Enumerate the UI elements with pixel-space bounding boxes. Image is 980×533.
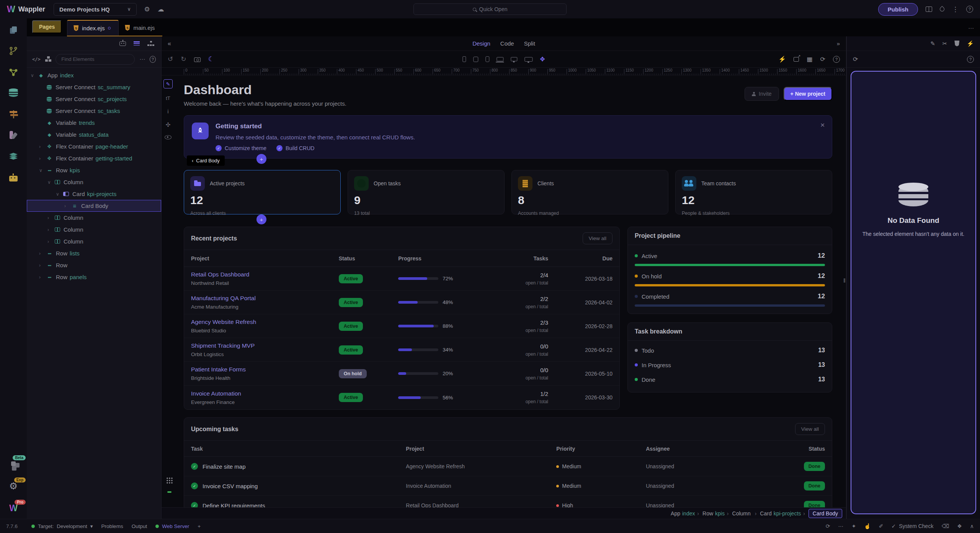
tree-item[interactable]: › Column — [27, 212, 161, 224]
checklist-item[interactable]: ✓ Customize theme — [216, 145, 266, 151]
table-row[interactable]: Manufacturing QA Portal Acme Manufacturi… — [184, 291, 619, 314]
help-icon[interactable]: ? — [150, 56, 156, 63]
expander-icon[interactable]: › — [39, 263, 46, 268]
task-breakdown-card[interactable]: Task breakdown Todo — [627, 322, 832, 392]
code-icon[interactable]: </> — [32, 57, 41, 62]
dark-mode-icon[interactable]: ☾ — [208, 55, 214, 63]
kebab-menu-icon[interactable]: ⋮ — [952, 5, 959, 13]
rail-experimental-icon[interactable]: ⚙ Exp — [7, 481, 20, 491]
project-link[interactable]: Shipment Tracking MVP — [191, 342, 339, 349]
layout-panels-icon[interactable] — [926, 7, 932, 12]
text-tool-icon[interactable]: tT — [166, 95, 170, 101]
accessibility-tool-icon[interactable]: ✣ — [166, 121, 171, 128]
kpi-card[interactable]: Open tasks 9 13 total — [348, 170, 505, 214]
breadcrumb-item[interactable]: Row — [702, 510, 713, 517]
device-phone-icon[interactable] — [462, 56, 466, 62]
expander-icon[interactable]: ∨ — [39, 168, 46, 173]
tab-overflow-icon[interactable]: ⋯ — [968, 25, 974, 32]
expander-icon[interactable]: › — [39, 156, 46, 161]
cloud-sync-icon[interactable]: ☁ — [158, 5, 164, 13]
close-icon[interactable]: ✕ — [820, 122, 825, 129]
ai-assistant-icon[interactable] — [119, 41, 126, 46]
sparkles-icon[interactable]: ✦ — [851, 523, 856, 529]
view-all-button[interactable]: View all — [795, 423, 825, 435]
device-desktop-icon[interactable] — [511, 57, 517, 61]
tree-item[interactable]: Variable status_data — [27, 129, 161, 141]
kpi-card[interactable]: Clients 8 Accounts managed — [511, 170, 668, 214]
sitemap-icon[interactable] — [147, 41, 154, 46]
tree-item[interactable]: › Row lists — [27, 247, 161, 259]
expand-panel-icon[interactable]: » — [837, 40, 840, 47]
problems-button[interactable]: Problems — [101, 523, 123, 529]
sync-icon[interactable]: ⟳ — [826, 523, 830, 529]
breadcrumb-item[interactable]: Card — [760, 510, 771, 517]
tree-item[interactable]: Server Connect sc_summary — [27, 81, 161, 93]
expander-icon[interactable]: › — [47, 227, 54, 232]
table-row[interactable]: ✓ Finalize site map Agency Website Refre… — [184, 457, 832, 476]
tree-item[interactable]: › Row — [27, 259, 161, 271]
tree-item[interactable]: ∨ App index — [27, 69, 161, 81]
selected-element-chip[interactable]: ‹ Card Body — [187, 155, 225, 166]
device-tablet-portrait-icon[interactable] — [485, 56, 489, 62]
components-icon[interactable] — [45, 56, 51, 62]
panel-splitter[interactable]: ‖ — [843, 278, 846, 284]
add-element-button[interactable]: + — [256, 154, 266, 164]
refresh-icon[interactable]: ⟳ — [853, 56, 858, 63]
pages-button[interactable]: Pages — [32, 20, 62, 33]
tab-main-ejs[interactable]: 5 main.ejs — [119, 20, 162, 36]
invite-button[interactable]: Invite — [745, 87, 779, 101]
more-icon[interactable]: ⋯ — [838, 523, 843, 529]
quick-open-button[interactable]: Quick Open — [413, 3, 567, 15]
output-button[interactable]: Output — [132, 523, 147, 529]
table-row[interactable]: Agency Website Refresh Bluebird Studio A… — [184, 314, 619, 338]
project-link[interactable]: Retail Ops Dashboard — [191, 271, 339, 278]
rail-git-icon[interactable] — [7, 46, 20, 56]
like-icon[interactable]: ☝ — [864, 523, 871, 529]
table-row[interactable]: ✓ Invoice CSV mapping Invoice Automation… — [184, 476, 832, 496]
theme-droplet-icon[interactable] — [940, 7, 944, 11]
tree-item[interactable]: ∨ Column — [27, 176, 161, 188]
project-link[interactable]: Manufacturing QA Portal — [191, 295, 339, 302]
project-settings-icon[interactable]: ⚙ — [144, 5, 150, 13]
structure-list-icon[interactable] — [134, 41, 140, 46]
tab-design[interactable]: Design — [472, 40, 490, 47]
expander-icon[interactable]: › — [47, 215, 54, 221]
tree-item[interactable]: ∨ Card kpi-projects — [27, 188, 161, 200]
bolt-icon[interactable]: ⚡ — [967, 40, 974, 47]
rail-styles-icon[interactable] — [7, 130, 20, 141]
design-canvas[interactable]: ✎ tT i ✣ Dashboard Wel — [162, 75, 846, 507]
rail-database-icon[interactable] — [7, 88, 20, 98]
collapse-panel-icon[interactable]: « — [168, 40, 171, 47]
rail-routes-icon[interactable] — [7, 109, 20, 119]
table-row[interactable]: Retail Ops Dashboard Northwind Retail Ac… — [184, 267, 619, 291]
recent-projects-card[interactable]: Recent projects View all Project Status … — [184, 227, 620, 410]
collapse-bar-icon[interactable]: ∧ — [970, 523, 974, 529]
tree-item[interactable]: › Card Body — [27, 200, 161, 212]
breadcrumb-item[interactable]: Column — [732, 510, 751, 517]
new-project-button[interactable]: + New project — [784, 87, 832, 101]
bolt-icon[interactable]: ⚡ — [779, 56, 786, 63]
breadcrumb-item[interactable]: App — [671, 510, 680, 517]
shield-icon[interactable] — [954, 41, 959, 46]
broom-icon[interactable]: ✐ — [879, 523, 884, 529]
project-pipeline-card[interactable]: Project pipeline — [627, 227, 832, 314]
project-link[interactable]: Invoice Automation — [191, 390, 339, 397]
expander-icon[interactable]: › — [47, 239, 54, 244]
getting-started-banner[interactable]: Getting started Review the seeded data, … — [184, 115, 832, 159]
add-element-button[interactable]: + — [256, 214, 266, 224]
breadcrumb-current-chip[interactable]: Card Body — [808, 509, 842, 518]
move-tool-icon[interactable]: ✥ — [540, 56, 545, 63]
help-icon[interactable]: ? — [833, 56, 840, 63]
system-check-button[interactable]: ✓ System Check — [891, 523, 933, 529]
refresh-icon[interactable]: ⟳ — [820, 56, 825, 63]
expander-icon[interactable]: › — [64, 203, 71, 209]
kpi-card[interactable]: Team contacts 12 People & stakeholders — [675, 170, 832, 214]
table-row[interactable]: ✓ Define KPI requirements Retail Ops Das… — [184, 496, 832, 507]
cut-icon[interactable]: ✂ — [942, 40, 947, 47]
expander-icon[interactable]: › — [39, 275, 46, 280]
tab-code[interactable]: Code — [500, 40, 514, 47]
edit-tool-icon[interactable]: ✎ — [163, 79, 173, 88]
project-selector[interactable]: Demo Projects HQ ∨ — [54, 3, 137, 16]
undo-icon[interactable]: ↺ — [168, 55, 173, 63]
project-link[interactable]: Patient Intake Forms — [191, 366, 339, 373]
